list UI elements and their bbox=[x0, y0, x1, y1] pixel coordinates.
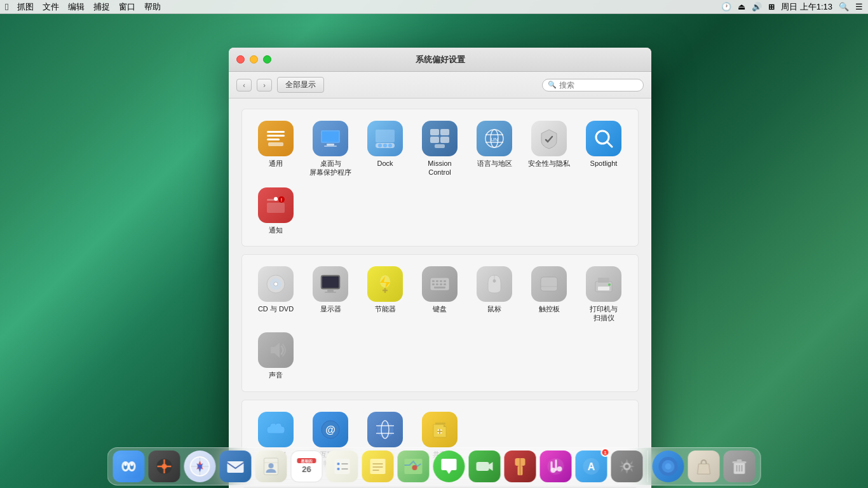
spotlight-icon bbox=[586, 121, 621, 156]
svg-point-95 bbox=[125, 463, 127, 466]
search-icon: 🔍 bbox=[548, 81, 557, 89]
dock-item-bag[interactable] bbox=[687, 451, 721, 482]
dock-item-appstore2[interactable]: A 1 bbox=[574, 451, 609, 482]
back-button[interactable]: ‹ bbox=[236, 79, 252, 92]
menubar-search-icon[interactable]: 🔍 bbox=[839, 2, 849, 11]
dock-item-safari[interactable] bbox=[183, 451, 217, 482]
prefs-grid-personal: 通用 桌面与 屏幕保护程序 Dock bbox=[250, 117, 630, 238]
svg-point-12 bbox=[388, 144, 392, 147]
forward-button[interactable]: › bbox=[257, 79, 272, 92]
search-input[interactable] bbox=[559, 81, 638, 90]
pref-item-sound[interactable]: 声音 bbox=[250, 329, 302, 383]
dock-item-addressbook[interactable] bbox=[254, 451, 288, 482]
dock-pref-label: Dock bbox=[377, 159, 393, 168]
menubar-window[interactable]: 窗口 bbox=[119, 1, 135, 13]
desktop-label: 桌面与 屏幕保护程序 bbox=[309, 159, 351, 177]
dock-item-facetime[interactable] bbox=[468, 451, 502, 482]
dock-item-notes[interactable] bbox=[361, 451, 395, 482]
menubar-file[interactable]: 文件 bbox=[43, 1, 59, 13]
dock-item-sysprefs[interactable] bbox=[610, 451, 644, 482]
system-preferences-window: 系统偏好设置 ‹ › 全部显示 🔍 通用 bbox=[229, 48, 651, 488]
pref-item-dock[interactable]: Dock bbox=[359, 117, 411, 181]
dock-item-messages[interactable] bbox=[432, 451, 466, 482]
svg-line-24 bbox=[607, 142, 612, 147]
svg-text:A: A bbox=[588, 461, 595, 472]
pref-item-spotlight[interactable]: Spotlight bbox=[578, 117, 630, 181]
dock-item-mail[interactable] bbox=[219, 451, 253, 482]
maps-dock-icon bbox=[398, 451, 430, 482]
minimize-button[interactable] bbox=[250, 55, 258, 64]
pref-item-mission[interactable]: Mission Control bbox=[414, 117, 466, 181]
cd-icon bbox=[258, 266, 294, 302]
menubar-datetime: 周日 上午1:13 bbox=[781, 1, 832, 13]
svg-rect-56 bbox=[598, 287, 609, 290]
addressbook-dock-icon bbox=[255, 451, 287, 482]
pref-item-trackpad[interactable]: 触控板 bbox=[523, 262, 575, 327]
pref-item-language[interactable]: UN 语言与地区 bbox=[468, 117, 520, 181]
svg-point-60 bbox=[376, 421, 394, 438]
apple-menu[interactable]:  bbox=[5, 1, 8, 12]
pref-item-cd[interactable]: CD 与 DVD bbox=[250, 262, 302, 327]
trackpad-icon bbox=[531, 266, 567, 302]
mission-icon bbox=[422, 121, 458, 156]
menubar-capture[interactable]: 捕捉 bbox=[93, 1, 110, 13]
pref-item-keyboard[interactable]: 键盘 bbox=[414, 262, 466, 327]
svg-rect-45 bbox=[432, 283, 435, 285]
window-controls bbox=[236, 55, 271, 64]
close-button[interactable] bbox=[236, 55, 245, 64]
dock-item-calendar[interactable]: 星期四26 bbox=[290, 451, 324, 482]
pref-item-desktop[interactable]: 桌面与 屏幕保护程序 bbox=[304, 117, 356, 181]
safari-dock-icon bbox=[184, 451, 216, 482]
pref-item-display[interactable]: 显示器 bbox=[304, 262, 356, 327]
pref-item-notification[interactable]: ! 通知 bbox=[250, 184, 302, 238]
svg-rect-17 bbox=[435, 144, 445, 148]
svg-rect-44 bbox=[444, 280, 446, 282]
pref-item-printer[interactable]: 打印机与 扫描仪 bbox=[578, 262, 630, 327]
dock-item-reminders[interactable] bbox=[325, 451, 360, 482]
menubar-volume-icon[interactable]: 🔊 bbox=[752, 2, 762, 11]
menubar-menu-icon[interactable]: ☰ bbox=[855, 2, 863, 11]
svg-rect-46 bbox=[436, 283, 438, 285]
svg-point-11 bbox=[383, 144, 387, 147]
svg-rect-41 bbox=[432, 280, 435, 282]
svg-point-130 bbox=[557, 466, 562, 471]
trash-dock-icon bbox=[724, 451, 756, 482]
dock-item-itunes[interactable] bbox=[539, 451, 573, 482]
security-label: 安全性与隐私 bbox=[528, 159, 570, 168]
svg-rect-35 bbox=[327, 290, 334, 292]
dock-item-trash[interactable] bbox=[722, 451, 757, 482]
svg-text:!: ! bbox=[281, 198, 282, 202]
svg-text:@: @ bbox=[325, 424, 336, 435]
maximize-button[interactable] bbox=[263, 55, 271, 64]
svg-rect-47 bbox=[440, 283, 442, 285]
svg-rect-0 bbox=[267, 131, 285, 133]
pref-item-security[interactable]: 安全性与隐私 bbox=[523, 117, 575, 181]
svg-rect-3 bbox=[268, 142, 283, 146]
dock-item-browser[interactable] bbox=[651, 451, 686, 482]
window-toolbar: ‹ › 全部显示 🔍 bbox=[229, 72, 651, 98]
menubar-edit[interactable]: 编辑 bbox=[68, 1, 85, 13]
svg-text:26: 26 bbox=[302, 464, 311, 474]
dock-item-instruments[interactable] bbox=[503, 451, 538, 482]
dock-item-launchpad[interactable] bbox=[147, 451, 182, 482]
pref-item-mouse[interactable]: 鼠标 bbox=[468, 262, 520, 327]
dock-separator bbox=[648, 451, 648, 482]
printer-label: 打印机与 扫描仪 bbox=[590, 304, 618, 323]
dock-item-maps[interactable] bbox=[397, 451, 431, 482]
pref-item-general[interactable]: 通用 bbox=[250, 117, 302, 181]
svg-point-57 bbox=[608, 283, 611, 286]
svg-rect-27 bbox=[267, 203, 285, 213]
show-all-button[interactable]: 全部显示 bbox=[277, 77, 324, 93]
sharing-icon bbox=[422, 412, 458, 447]
menubar-help[interactable]: 帮助 bbox=[144, 1, 161, 13]
menubar-app-name[interactable]: 抓图 bbox=[17, 1, 34, 13]
pref-item-energy[interactable]: 节能器 bbox=[359, 262, 411, 327]
svg-point-98 bbox=[162, 464, 167, 469]
search-box[interactable]: 🔍 bbox=[542, 79, 644, 92]
energy-icon bbox=[367, 266, 403, 302]
launchpad-dock-icon bbox=[149, 451, 180, 482]
dock-item-finder[interactable] bbox=[112, 451, 146, 482]
general-icon bbox=[258, 121, 294, 156]
svg-rect-49 bbox=[434, 287, 445, 288]
appstore2-dock-icon: A 1 bbox=[576, 451, 607, 482]
